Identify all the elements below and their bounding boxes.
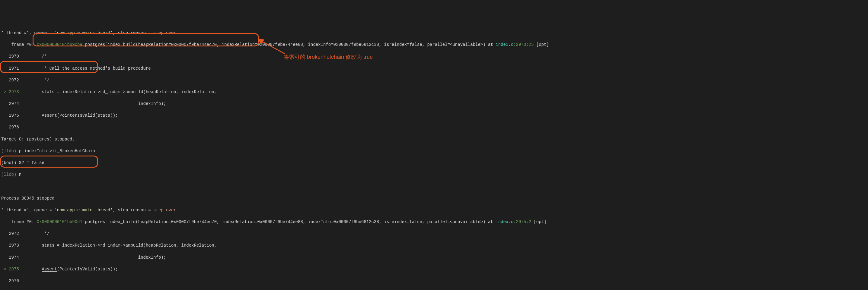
lldb-result-1: (bool) $2 = false (1, 160, 867, 166)
process-stopped: Process 88945 stopped (1, 196, 867, 202)
lldb-p-1[interactable]: (lldb) p indexInfo->ii_BrokenHotChain (1, 148, 867, 154)
svg-line-0 (261, 41, 285, 53)
src-b2-2974: 2974 indexInfo); (1, 255, 867, 261)
src-2976: 2976 (1, 124, 867, 131)
annotation-text: 将索引的 brokenhotchain 修改为 true (284, 53, 373, 61)
frame-line-2: frame #0: 0x0000000101bb90d1 postgres`in… (1, 219, 867, 225)
src-2975: 2975 Assert(PointerIsValid(stats)); (1, 113, 867, 119)
frame-line-1: frame #0: 0x0000000101bb90ba postgres`in… (1, 42, 867, 48)
thread-line-2: * thread #1, queue = 'com.apple.main-thr… (1, 207, 867, 213)
src-2970: 2970 /* (1, 53, 867, 60)
src-2974: 2974 indexInfo); (1, 101, 867, 107)
src-b2-2973: 2973 stats = indexRelation->rd_indam->am… (1, 243, 867, 249)
thread-line-1: * thread #1, queue = 'com.apple.main-thr… (1, 30, 867, 36)
src-b2-2972: 2972 */ (1, 231, 867, 237)
target-line-1: Target 0: (postgres) stopped. (1, 137, 867, 143)
arrow-icon (259, 39, 286, 55)
lldb-n[interactable]: (lldb) n (1, 172, 867, 178)
src-b2-2976: 2976 (1, 278, 867, 284)
src-2971: 2971 * Call the access method's build pr… (1, 66, 867, 72)
src-2972: 2972 */ (1, 77, 867, 83)
src-b2-2975: -> 2975 Assert(PointerIsValid(stats)); (1, 266, 867, 273)
src-2973: -> 2973 stats = indexRelation->rd_indam-… (1, 89, 867, 95)
